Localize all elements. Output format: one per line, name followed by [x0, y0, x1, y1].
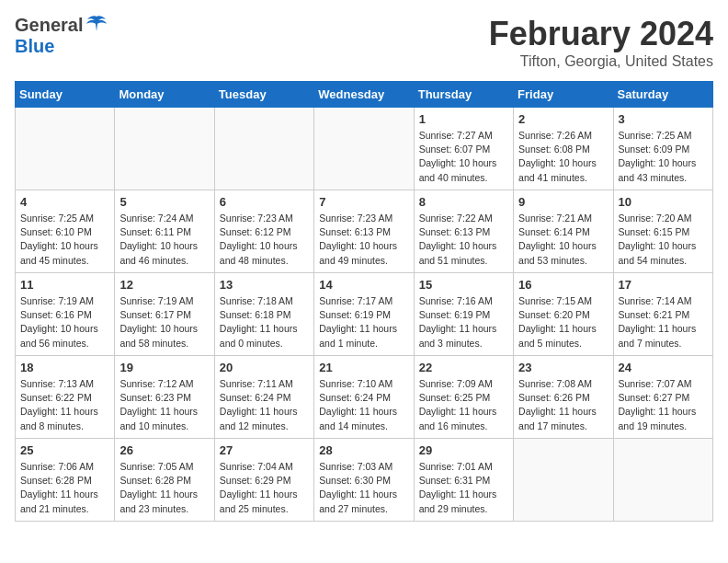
- day-number: 21: [319, 361, 408, 374]
- calendar-cell: 4Sunrise: 7:25 AM Sunset: 6:10 PM Daylig…: [16, 190, 115, 273]
- day-info: Sunrise: 7:19 AM Sunset: 6:16 PM Dayligh…: [20, 294, 109, 350]
- day-number: 25: [20, 443, 109, 457]
- week-row-5: 25Sunrise: 7:06 AM Sunset: 6:28 PM Dayli…: [16, 439, 713, 522]
- day-info: Sunrise: 7:03 AM Sunset: 6:30 PM Dayligh…: [319, 460, 408, 516]
- calendar-subtitle: Tifton, Georgia, United States: [489, 53, 713, 70]
- calendar-cell: 14Sunrise: 7:17 AM Sunset: 6:19 PM Dayli…: [314, 273, 414, 356]
- day-info: Sunrise: 7:04 AM Sunset: 6:29 PM Dayligh…: [220, 460, 309, 516]
- day-info: Sunrise: 7:09 AM Sunset: 6:25 PM Dayligh…: [419, 377, 508, 433]
- day-number: 11: [20, 278, 109, 292]
- day-number: 10: [619, 195, 708, 209]
- header: General Blue February 2024 Tifton, Georg…: [15, 15, 713, 70]
- day-info: Sunrise: 7:06 AM Sunset: 6:28 PM Dayligh…: [20, 460, 109, 516]
- day-number: 15: [419, 278, 508, 292]
- day-number: 1: [419, 112, 508, 126]
- logo-bird-icon: [85, 15, 108, 33]
- day-info: Sunrise: 7:17 AM Sunset: 6:19 PM Dayligh…: [319, 294, 408, 350]
- day-info: Sunrise: 7:22 AM Sunset: 6:13 PM Dayligh…: [419, 212, 508, 268]
- col-header-monday: Monday: [115, 82, 214, 108]
- calendar-cell: 1Sunrise: 7:27 AM Sunset: 6:07 PM Daylig…: [414, 108, 513, 190]
- day-info: Sunrise: 7:01 AM Sunset: 6:31 PM Dayligh…: [419, 460, 508, 516]
- day-info: Sunrise: 7:24 AM Sunset: 6:11 PM Dayligh…: [119, 212, 209, 268]
- calendar-cell: 21Sunrise: 7:10 AM Sunset: 6:24 PM Dayli…: [314, 356, 414, 439]
- day-info: Sunrise: 7:23 AM Sunset: 6:12 PM Dayligh…: [220, 212, 309, 268]
- day-info: Sunrise: 7:27 AM Sunset: 6:07 PM Dayligh…: [419, 129, 508, 185]
- calendar-cell: 11Sunrise: 7:19 AM Sunset: 6:16 PM Dayli…: [16, 273, 115, 356]
- calendar-cell: [16, 108, 115, 190]
- day-number: 14: [319, 278, 408, 292]
- day-info: Sunrise: 7:23 AM Sunset: 6:13 PM Dayligh…: [319, 212, 408, 268]
- calendar-cell: 26Sunrise: 7:05 AM Sunset: 6:28 PM Dayli…: [115, 439, 214, 522]
- calendar-cell: 17Sunrise: 7:14 AM Sunset: 6:21 PM Dayli…: [613, 273, 712, 356]
- day-info: Sunrise: 7:12 AM Sunset: 6:23 PM Dayligh…: [119, 377, 209, 433]
- day-info: Sunrise: 7:11 AM Sunset: 6:24 PM Dayligh…: [220, 377, 309, 433]
- day-info: Sunrise: 7:19 AM Sunset: 6:17 PM Dayligh…: [119, 294, 209, 350]
- calendar-cell: 16Sunrise: 7:15 AM Sunset: 6:20 PM Dayli…: [514, 273, 613, 356]
- col-header-sunday: Sunday: [16, 82, 115, 108]
- calendar-cell: 27Sunrise: 7:04 AM Sunset: 6:29 PM Dayli…: [214, 439, 313, 522]
- logo: General Blue: [15, 15, 108, 57]
- day-number: 26: [119, 443, 209, 457]
- day-info: Sunrise: 7:07 AM Sunset: 6:27 PM Dayligh…: [619, 377, 708, 433]
- calendar-cell: [214, 108, 313, 190]
- col-header-wednesday: Wednesday: [314, 82, 414, 108]
- calendar-cell: 24Sunrise: 7:07 AM Sunset: 6:27 PM Dayli…: [613, 356, 712, 439]
- day-number: 16: [518, 278, 608, 292]
- day-info: Sunrise: 7:08 AM Sunset: 6:26 PM Dayligh…: [518, 377, 608, 433]
- day-number: 27: [220, 443, 309, 457]
- calendar-cell: 13Sunrise: 7:18 AM Sunset: 6:18 PM Dayli…: [214, 273, 313, 356]
- day-number: 2: [518, 112, 608, 126]
- calendar-cell: 5Sunrise: 7:24 AM Sunset: 6:11 PM Daylig…: [115, 190, 214, 273]
- day-number: 5: [119, 195, 209, 209]
- week-row-4: 18Sunrise: 7:13 AM Sunset: 6:22 PM Dayli…: [16, 356, 713, 439]
- logo-general-text: General: [15, 15, 83, 36]
- day-info: Sunrise: 7:14 AM Sunset: 6:21 PM Dayligh…: [619, 294, 708, 350]
- calendar-cell: [613, 439, 712, 522]
- day-number: 22: [419, 361, 508, 374]
- calendar-cell: 18Sunrise: 7:13 AM Sunset: 6:22 PM Dayli…: [16, 356, 115, 439]
- calendar-header-row: SundayMondayTuesdayWednesdayThursdayFrid…: [16, 82, 713, 108]
- day-number: 6: [220, 195, 309, 209]
- day-info: Sunrise: 7:25 AM Sunset: 6:10 PM Dayligh…: [20, 212, 109, 268]
- day-number: 3: [619, 112, 708, 126]
- day-number: 18: [20, 361, 109, 374]
- calendar-cell: 19Sunrise: 7:12 AM Sunset: 6:23 PM Dayli…: [115, 356, 214, 439]
- calendar-cell: 23Sunrise: 7:08 AM Sunset: 6:26 PM Dayli…: [514, 356, 613, 439]
- calendar-cell: 12Sunrise: 7:19 AM Sunset: 6:17 PM Dayli…: [115, 273, 214, 356]
- day-info: Sunrise: 7:20 AM Sunset: 6:15 PM Dayligh…: [619, 212, 708, 268]
- day-number: 9: [518, 195, 608, 209]
- week-row-2: 4Sunrise: 7:25 AM Sunset: 6:10 PM Daylig…: [16, 190, 713, 273]
- day-number: 7: [319, 195, 408, 209]
- day-info: Sunrise: 7:05 AM Sunset: 6:28 PM Dayligh…: [119, 460, 209, 516]
- day-number: 19: [119, 361, 209, 374]
- title-section: February 2024 Tifton, Georgia, United St…: [489, 15, 713, 70]
- day-info: Sunrise: 7:10 AM Sunset: 6:24 PM Dayligh…: [319, 377, 408, 433]
- calendar-cell: 8Sunrise: 7:22 AM Sunset: 6:13 PM Daylig…: [414, 190, 513, 273]
- day-number: 17: [619, 278, 708, 292]
- day-number: 28: [319, 443, 408, 457]
- week-row-1: 1Sunrise: 7:27 AM Sunset: 6:07 PM Daylig…: [16, 108, 713, 190]
- day-number: 29: [419, 443, 508, 457]
- day-number: 4: [20, 195, 109, 209]
- logo-blue-text: Blue: [15, 36, 54, 56]
- day-info: Sunrise: 7:25 AM Sunset: 6:09 PM Dayligh…: [619, 129, 708, 185]
- calendar-cell: [115, 108, 214, 190]
- calendar-cell: 10Sunrise: 7:20 AM Sunset: 6:15 PM Dayli…: [613, 190, 712, 273]
- calendar-cell: 6Sunrise: 7:23 AM Sunset: 6:12 PM Daylig…: [214, 190, 313, 273]
- col-header-saturday: Saturday: [613, 82, 712, 108]
- calendar-cell: 25Sunrise: 7:06 AM Sunset: 6:28 PM Dayli…: [16, 439, 115, 522]
- day-number: 8: [419, 195, 508, 209]
- day-info: Sunrise: 7:13 AM Sunset: 6:22 PM Dayligh…: [20, 377, 109, 433]
- day-number: 20: [220, 361, 309, 374]
- calendar-cell: 22Sunrise: 7:09 AM Sunset: 6:25 PM Dayli…: [414, 356, 513, 439]
- calendar-title: February 2024: [489, 15, 713, 53]
- calendar-cell: 9Sunrise: 7:21 AM Sunset: 6:14 PM Daylig…: [514, 190, 613, 273]
- col-header-friday: Friday: [514, 82, 613, 108]
- col-header-tuesday: Tuesday: [214, 82, 313, 108]
- calendar-cell: 7Sunrise: 7:23 AM Sunset: 6:13 PM Daylig…: [314, 190, 414, 273]
- calendar-cell: [314, 108, 414, 190]
- col-header-thursday: Thursday: [414, 82, 513, 108]
- calendar-body: 1Sunrise: 7:27 AM Sunset: 6:07 PM Daylig…: [16, 108, 713, 522]
- day-info: Sunrise: 7:16 AM Sunset: 6:19 PM Dayligh…: [419, 294, 508, 350]
- calendar-cell: 29Sunrise: 7:01 AM Sunset: 6:31 PM Dayli…: [414, 439, 513, 522]
